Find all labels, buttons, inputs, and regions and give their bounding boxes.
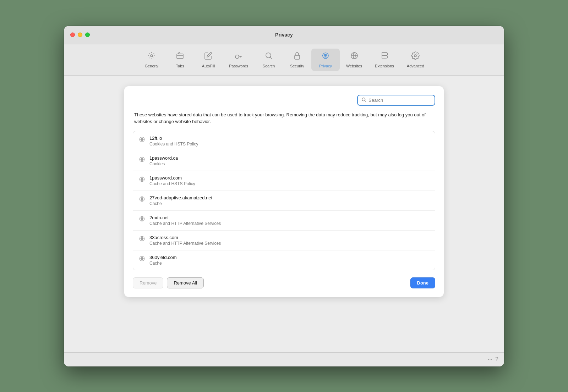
- passwords-label: Passwords: [229, 64, 248, 68]
- list-item: 33across.com Cache and HTTP Alternative …: [133, 231, 435, 250]
- websites-label: Websites: [346, 64, 362, 68]
- description-text: These websites have stored data that can…: [133, 111, 435, 125]
- globe-icon: [139, 156, 145, 162]
- svg-rect-1: [177, 54, 183, 59]
- toolbar-item-websites[interactable]: Websites: [340, 49, 368, 71]
- titlebar: Privacy: [64, 26, 504, 44]
- general-icon: [147, 51, 156, 62]
- site-info: 33across.com Cache and HTTP Alternative …: [149, 235, 221, 246]
- extensions-label: Extensions: [375, 64, 394, 68]
- site-info: 1password.com Cache and HSTS Policy: [149, 175, 195, 186]
- advanced-icon: [411, 51, 420, 62]
- site-data-type: Cache and HTTP Alternative Services: [149, 221, 221, 226]
- content-area: These websites have stored data that can…: [64, 76, 504, 352]
- list-item: 12ft.io Cookies and HSTS Policy: [133, 131, 435, 151]
- search-input[interactable]: [368, 98, 431, 103]
- done-button[interactable]: Done: [410, 277, 436, 288]
- toolbar-item-tabs[interactable]: Tabs: [166, 49, 194, 71]
- tabs-label: Tabs: [176, 64, 184, 68]
- toolbar-item-security[interactable]: Security: [283, 49, 311, 71]
- close-button[interactable]: [70, 33, 75, 37]
- globe-icon: [139, 196, 145, 202]
- toolbar-item-passwords[interactable]: Passwords: [223, 49, 255, 71]
- list-item: 360yield.com Cache: [133, 250, 435, 270]
- list-item: 2mdn.net Cache and HTTP Alternative Serv…: [133, 211, 435, 231]
- toolbar-item-search[interactable]: Search: [255, 49, 283, 71]
- traffic-lights: [70, 33, 90, 37]
- remove-button[interactable]: Remove: [133, 277, 163, 288]
- site-data-type: Cache: [149, 201, 212, 206]
- site-data-type: Cache: [149, 261, 177, 266]
- websites-list: 12ft.io Cookies and HSTS Policy 1passwor…: [133, 131, 435, 270]
- extensions-icon: [380, 51, 389, 62]
- search-bar: [357, 95, 435, 106]
- svg-point-2: [235, 55, 239, 59]
- site-info: 12ft.io Cookies and HSTS Policy: [149, 136, 198, 147]
- site-name: 12ft.io: [149, 136, 198, 141]
- site-name: 1password.com: [149, 175, 195, 181]
- site-info: 2mdn.net Cache and HTTP Alternative Serv…: [149, 215, 221, 226]
- site-data-type: Cookies: [149, 161, 178, 166]
- websites-icon: [350, 51, 359, 62]
- list-item: 27vod-adaptive.akamaized.net Cache: [133, 191, 435, 211]
- search-icon: [361, 97, 366, 103]
- site-name: 1password.ca: [149, 155, 178, 161]
- site-data-type: Cache and HSTS Policy: [149, 181, 195, 186]
- autofill-icon: [204, 51, 213, 62]
- tabs-icon: [176, 51, 184, 62]
- advanced-label: Advanced: [407, 64, 424, 68]
- window-title: Privacy: [275, 32, 293, 38]
- globe-icon: [139, 216, 145, 222]
- site-name: 27vod-adaptive.akamaized.net: [149, 195, 212, 200]
- search-label: Search: [263, 64, 275, 68]
- toolbar: General Tabs AutoFill: [64, 44, 504, 76]
- toolbar-item-extensions[interactable]: Extensions: [368, 49, 400, 71]
- globe-icon: [139, 176, 145, 182]
- site-info: 27vod-adaptive.akamaized.net Cache: [149, 195, 212, 206]
- general-label: General: [145, 64, 159, 68]
- svg-point-0: [151, 55, 153, 57]
- site-name: 33across.com: [149, 235, 221, 240]
- bottom-bar: ··· ?: [64, 352, 504, 366]
- site-info: 360yield.com Cache: [149, 255, 177, 266]
- site-name: 360yield.com: [149, 255, 177, 260]
- help-icon[interactable]: ?: [495, 356, 498, 363]
- globe-icon: [139, 255, 145, 262]
- site-name: 2mdn.net: [149, 215, 221, 220]
- main-window: Privacy General Tabs: [64, 26, 504, 366]
- toolbar-item-general[interactable]: General: [137, 49, 166, 71]
- autofill-label: AutoFill: [202, 64, 215, 68]
- search-toolbar-icon: [264, 51, 273, 62]
- svg-point-7: [414, 55, 416, 57]
- more-icon[interactable]: ···: [488, 356, 492, 363]
- search-bar-container: [133, 95, 435, 106]
- privacy-label: Privacy: [319, 64, 332, 68]
- toolbar-item-privacy[interactable]: Privacy: [311, 49, 340, 71]
- footer-left: Remove Remove All: [133, 277, 204, 288]
- remove-all-button[interactable]: Remove All: [167, 277, 204, 288]
- site-data-type: Cache and HTTP Alternative Services: [149, 241, 221, 246]
- svg-point-3: [266, 53, 271, 58]
- security-label: Security: [290, 64, 304, 68]
- globe-icon: [139, 136, 145, 143]
- svg-point-8: [362, 98, 365, 101]
- toolbar-item-autofill[interactable]: AutoFill: [194, 49, 223, 71]
- toolbar-item-advanced[interactable]: Advanced: [400, 49, 431, 71]
- privacy-icon: [321, 51, 330, 62]
- site-info: 1password.ca Cookies: [149, 155, 178, 166]
- list-item: 1password.com Cache and HSTS Policy: [133, 171, 435, 191]
- list-item: 1password.ca Cookies: [133, 151, 435, 171]
- globe-icon: [139, 236, 145, 242]
- security-icon: [293, 51, 301, 62]
- dialog-footer: Remove Remove All Done: [133, 276, 435, 288]
- passwords-icon: [234, 51, 243, 62]
- privacy-dialog: These websites have stored data that can…: [124, 86, 444, 297]
- maximize-button[interactable]: [85, 33, 90, 37]
- svg-rect-4: [295, 55, 300, 59]
- site-data-type: Cookies and HSTS Policy: [149, 142, 198, 147]
- minimize-button[interactable]: [78, 33, 82, 37]
